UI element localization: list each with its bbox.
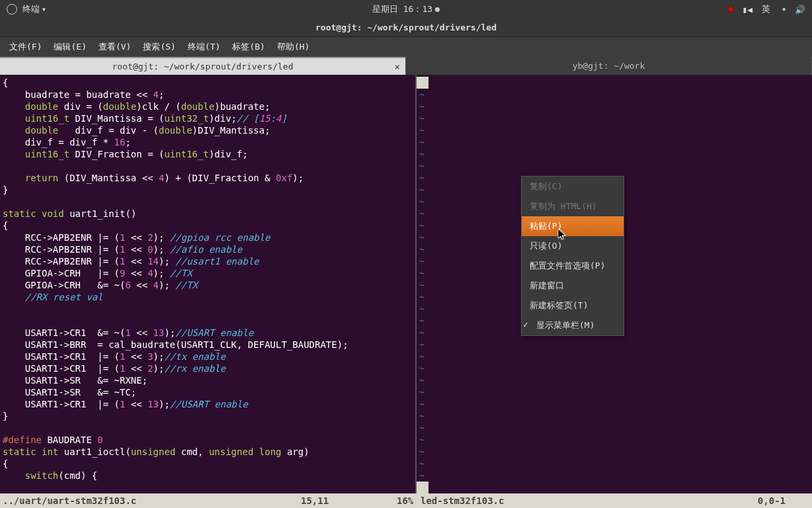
context-menu-item: 复制(C): [522, 177, 624, 196]
menu-item[interactable]: 标签(B): [227, 38, 270, 56]
menu-bar: 文件(F)编辑(E)查看(V)搜索(S)终端(T)标签(B)帮助(H): [0, 37, 812, 57]
chevron-down-icon[interactable]: ▼: [782, 7, 786, 13]
recording-icon[interactable]: [728, 7, 733, 12]
menu-item[interactable]: 帮助(H): [272, 38, 315, 56]
context-menu-label: 粘贴(P): [530, 221, 562, 231]
terminal-tabs: root@gjt: ~/work/sprout/drivers/led×yb@g…: [0, 57, 812, 75]
window-title-text: root@gjt: ~/work/sprout/drivers/led: [315, 22, 497, 32]
empty-line-tildes: ~~~~~~~~~~~~~~~~~~~~~~~~~~~~~~~~~: [417, 75, 428, 482]
status-left-pos: 15,11: [301, 495, 329, 506]
system-tray: ▮◀ 英 ▼ 🔊: [728, 3, 812, 15]
menu-item[interactable]: 编辑(E): [48, 38, 91, 56]
clock-area[interactable]: 星期日 16：13: [372, 3, 440, 15]
menu-item[interactable]: 查看(V): [93, 38, 136, 56]
menu-item[interactable]: 文件(F): [4, 38, 47, 56]
context-menu-label: 新建标签页(T): [530, 300, 588, 310]
check-icon: ✓: [523, 319, 528, 329]
context-menu-item[interactable]: 配置文件首选项(P): [522, 256, 624, 276]
activities-icon[interactable]: [7, 4, 17, 15]
notification-dot-icon: [435, 7, 440, 12]
volume-icon[interactable]: 🔊: [795, 5, 805, 15]
tab-title: root@gjt: ~/work/sprout/drivers/led: [112, 62, 294, 71]
close-icon[interactable]: ×: [395, 62, 400, 72]
context-menu-label: 显示菜单栏(M): [536, 320, 594, 330]
context-menu-label: 复制为 HTML(H): [530, 201, 597, 211]
camera-icon[interactable]: ▮◀: [743, 5, 753, 15]
code-content[interactable]: { buadrate = buadrate << 4; double div =…: [0, 75, 415, 482]
context-menu-item[interactable]: 只读(O): [522, 236, 624, 256]
system-top-bar: 终端 ▼ 星期日 16：13 ▮◀ 英 ▼ 🔊: [0, 0, 812, 19]
terminal-tab[interactable]: yb@gjt: ~/work: [406, 57, 812, 75]
context-menu-item[interactable]: 粘贴(P): [522, 216, 624, 236]
context-menu-label: 配置文件首选项(P): [530, 261, 605, 271]
status-right-pos: 0,0-1: [758, 495, 786, 506]
context-menu-item: 复制为 HTML(H): [522, 196, 624, 216]
tab-title: yb@gjt: ~/work: [573, 61, 645, 71]
left-pane[interactable]: { buadrate = buadrate << 4; double div =…: [0, 75, 417, 493]
top-bar-left: 终端 ▼: [0, 3, 46, 15]
context-menu: 复制(C)复制为 HTML(H)粘贴(P)只读(O)配置文件首选项(P)新建窗口…: [521, 176, 624, 336]
menu-item[interactable]: 终端(T): [183, 38, 225, 56]
window-title-bar: root@gjt: ~/work/sprout/drivers/led: [0, 19, 812, 37]
status-left-file: ../uart/uart-stm32f103.c: [0, 495, 136, 506]
status-left-pct: 16%: [397, 495, 413, 506]
vim-status-bar: ../uart/uart-stm32f103.c 15,11 16% led-s…: [0, 493, 812, 508]
editor-area: { buadrate = buadrate << 4; double div =…: [0, 75, 812, 493]
context-menu-item[interactable]: 新建窗口: [522, 276, 624, 296]
context-menu-label: 新建窗口: [530, 280, 564, 290]
ime-indicator[interactable]: 英: [762, 3, 770, 15]
status-right-file: led-stm32f103.c: [421, 495, 504, 506]
terminal-tab[interactable]: root@gjt: ~/work/sprout/drivers/led×: [0, 57, 406, 75]
context-menu-item[interactable]: ✓显示菜单栏(M): [522, 316, 624, 335]
app-name[interactable]: 终端: [22, 3, 40, 15]
context-menu-label: 复制(C): [530, 181, 562, 191]
chevron-down-icon[interactable]: ▼: [42, 7, 46, 13]
datetime-text: 星期日 16：13: [372, 3, 432, 15]
menu-item[interactable]: 搜索(S): [138, 38, 181, 56]
context-menu-item[interactable]: 新建标签页(T): [522, 296, 624, 316]
context-menu-label: 只读(O): [530, 241, 562, 251]
